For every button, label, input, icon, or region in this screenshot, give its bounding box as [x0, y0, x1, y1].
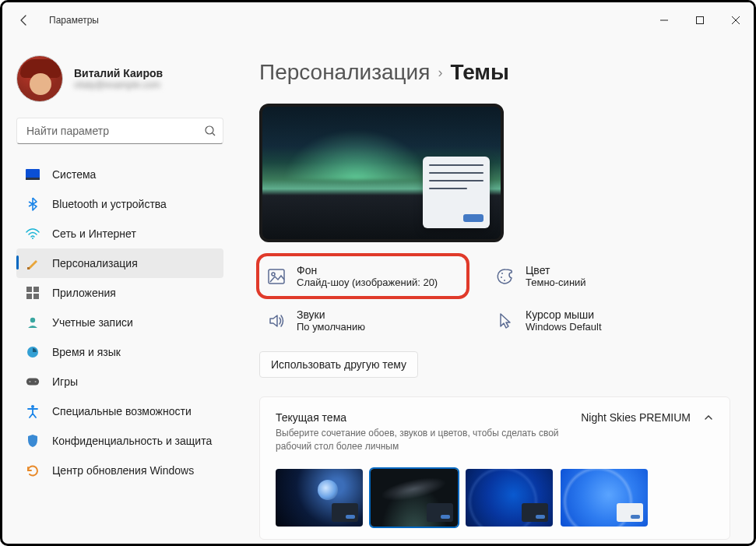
- window-controls: [646, 2, 754, 38]
- privacy-icon: [26, 434, 40, 448]
- sidebar-item-personalization[interactable]: Персонализация: [16, 248, 223, 278]
- window-title: Параметры: [49, 15, 99, 26]
- svg-rect-1: [697, 17, 704, 24]
- theme-thumb[interactable]: [561, 469, 648, 527]
- palette-icon: [496, 267, 515, 286]
- avatar: [16, 55, 63, 102]
- sidebar-item-network[interactable]: Сеть и Интернет: [16, 219, 223, 248]
- nav-label: Учетные записи: [52, 316, 133, 329]
- svg-rect-14: [26, 379, 39, 386]
- tile-color[interactable]: Цвет Темно-синий: [488, 256, 695, 296]
- tile-title: Звуки: [297, 308, 365, 321]
- profile-block[interactable]: Виталий Каиров vitaly@example.com: [16, 55, 231, 102]
- theme-settings-tiles: Фон Слайд-шоу (изображений: 20) Цвет Тем…: [259, 256, 695, 339]
- tile-sub: Темно-синий: [526, 277, 586, 288]
- theme-thumb-selected[interactable]: [371, 469, 458, 527]
- back-button[interactable]: [12, 8, 37, 33]
- sidebar-item-system[interactable]: Система: [16, 160, 223, 189]
- theme-thumb[interactable]: [466, 469, 553, 527]
- sidebar-item-bluetooth[interactable]: Bluetooth и устройства: [16, 189, 223, 219]
- sidebar-item-time[interactable]: Время и язык: [16, 337, 223, 367]
- nav-label: Игры: [52, 375, 78, 388]
- nav-label: Время и язык: [52, 346, 121, 358]
- close-button[interactable]: [718, 2, 754, 38]
- svg-point-6: [32, 238, 33, 239]
- tile-sub: По умолчанию: [297, 321, 365, 333]
- close-icon: [731, 16, 740, 25]
- sidebar-item-accessibility[interactable]: Специальные возможности: [16, 396, 223, 426]
- arrow-left-icon: [18, 14, 30, 26]
- accounts-icon: [26, 315, 40, 329]
- svg-point-22: [504, 280, 505, 281]
- other-theme-button[interactable]: Использовать другую тему: [259, 351, 418, 378]
- svg-point-17: [31, 405, 34, 408]
- tile-title: Фон: [297, 264, 438, 277]
- search-box[interactable]: [16, 118, 223, 144]
- sidebar-item-accounts[interactable]: Учетные записи: [16, 308, 223, 337]
- preview-window-mock: [423, 157, 490, 228]
- tile-sub: Windows Default: [526, 321, 602, 333]
- svg-rect-9: [33, 287, 39, 292]
- svg-rect-7: [27, 267, 30, 269]
- bluetooth-icon: [26, 197, 40, 211]
- speaker-icon: [267, 312, 286, 330]
- nav-label: Конфиденциальность и защита: [52, 435, 212, 447]
- nav-label: Система: [52, 168, 96, 181]
- nav-label: Сеть и Интернет: [52, 227, 136, 240]
- personalization-icon: [26, 256, 40, 270]
- sidebar-item-privacy[interactable]: Конфиденциальность и защита: [16, 426, 223, 456]
- current-theme-sub: Выберите сочетание обоев, звуков и цвето…: [276, 427, 571, 453]
- svg-point-15: [29, 381, 30, 382]
- svg-point-19: [272, 273, 275, 276]
- accessibility-icon: [26, 404, 40, 418]
- svg-rect-11: [33, 294, 39, 299]
- tile-sub: Слайд-шоу (изображений: 20): [297, 277, 438, 288]
- picture-icon: [267, 267, 286, 286]
- minimize-icon: [659, 16, 669, 25]
- nav-label: Центр обновления Windows: [52, 464, 194, 477]
- nav-label: Приложения: [52, 287, 116, 299]
- title-bar: Параметры: [2, 2, 754, 38]
- search-input[interactable]: [26, 125, 204, 137]
- svg-line-3: [213, 133, 215, 136]
- svg-rect-4: [26, 169, 40, 178]
- tile-cursor[interactable]: Курсор мыши Windows Default: [488, 302, 695, 339]
- nav-list: Система Bluetooth и устройства Сеть и Ин…: [16, 160, 231, 485]
- svg-point-2: [206, 126, 213, 134]
- tile-sounds[interactable]: Звуки По умолчанию: [259, 302, 466, 339]
- breadcrumb-root[interactable]: Персонализация: [259, 60, 430, 85]
- svg-rect-10: [26, 294, 32, 299]
- sidebar-item-apps[interactable]: Приложения: [16, 278, 223, 308]
- search-icon: [204, 125, 216, 137]
- sidebar-item-gaming[interactable]: Игры: [16, 367, 223, 396]
- maximize-button[interactable]: [682, 2, 718, 38]
- tile-title: Цвет: [526, 264, 586, 277]
- profile-email: vitaly@example.com: [74, 79, 163, 90]
- svg-rect-5: [26, 178, 40, 180]
- gaming-icon: [26, 375, 40, 389]
- theme-thumb[interactable]: [276, 469, 363, 527]
- current-theme-card[interactable]: Текущая тема Выберите сочетание обоев, з…: [259, 396, 730, 540]
- theme-preview: [259, 104, 504, 242]
- current-theme-title: Текущая тема: [276, 411, 571, 424]
- svg-point-16: [35, 381, 37, 382]
- update-icon: [26, 463, 40, 477]
- minimize-button[interactable]: [646, 2, 682, 38]
- svg-point-20: [501, 273, 503, 274]
- sidebar-item-update[interactable]: Центр обновления Windows: [16, 456, 223, 485]
- svg-rect-8: [26, 287, 32, 292]
- tile-background[interactable]: Фон Слайд-шоу (изображений: 20): [259, 256, 466, 296]
- profile-name: Виталий Каиров: [74, 67, 163, 79]
- svg-point-12: [30, 318, 35, 322]
- tile-title: Курсор мыши: [526, 308, 602, 321]
- nav-label: Bluetooth и устройства: [52, 198, 167, 210]
- chevron-up-icon[interactable]: [703, 412, 714, 423]
- maximize-icon: [695, 16, 705, 25]
- network-icon: [26, 227, 40, 241]
- time-icon: [26, 345, 40, 359]
- cursor-icon: [496, 312, 515, 330]
- chevron-right-icon: ›: [438, 65, 442, 81]
- breadcrumb-leaf: Темы: [450, 60, 509, 85]
- svg-point-21: [501, 277, 502, 278]
- system-icon: [26, 167, 40, 181]
